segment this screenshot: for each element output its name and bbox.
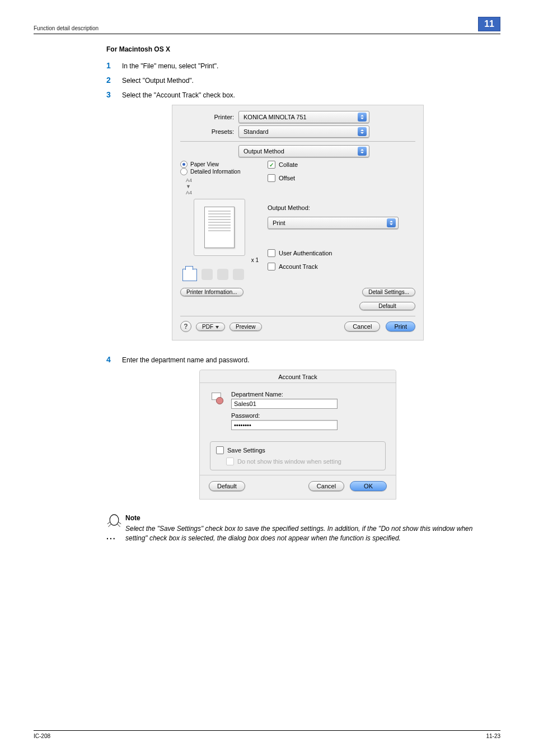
printer-info-button[interactable]: Printer Information... bbox=[180, 288, 243, 296]
detail-settings-button[interactable]: Detail Settings... bbox=[362, 288, 415, 296]
step-text-2: Select "Output Method". bbox=[122, 76, 194, 85]
pwd-input[interactable]: •••••••• bbox=[231, 420, 338, 430]
panel-select[interactable]: Output Method bbox=[238, 145, 369, 157]
printer-icon[interactable] bbox=[182, 269, 197, 281]
user-auth-checkbox[interactable]: User Authentication bbox=[268, 249, 415, 257]
radio-icon bbox=[180, 161, 188, 168]
print-button[interactable]: Print bbox=[386, 321, 415, 332]
offset-label: Offset bbox=[279, 175, 295, 181]
step-2: 2 Select "Output Method". bbox=[106, 76, 489, 85]
caret-icon bbox=[358, 147, 367, 156]
step-text-3: Select the "Account Track" check box. bbox=[122, 90, 235, 99]
punch-icon bbox=[217, 269, 228, 280]
output-method-label: Output Method: bbox=[268, 204, 415, 211]
account-track-checkbox[interactable]: Account Track bbox=[268, 263, 415, 270]
step-num-2: 2 bbox=[106, 76, 122, 85]
dialog-title: Account Track bbox=[200, 370, 396, 383]
pdf-button[interactable]: PDF bbox=[196, 323, 225, 331]
ok-button[interactable]: OK bbox=[350, 481, 387, 491]
note-body: Select the "Save Settings" check box to … bbox=[125, 524, 489, 543]
copies-x1: x 1 bbox=[251, 257, 259, 263]
printer-select[interactable]: KONICA MINOLTA 751 bbox=[238, 111, 369, 123]
panel-value: Output Method bbox=[243, 148, 284, 155]
output-method-value: Print bbox=[273, 220, 285, 226]
account-icon bbox=[210, 391, 226, 407]
user-auth-label: User Authentication bbox=[279, 250, 332, 256]
default-button[interactable]: Default bbox=[359, 302, 415, 310]
step-3: 3 Select the "Account Track" check box. bbox=[106, 90, 489, 99]
donotshow-label: Do not show this window when setting bbox=[237, 458, 341, 465]
save-settings-checkbox[interactable]: Save Settings bbox=[216, 446, 380, 454]
staple-icon bbox=[202, 269, 213, 280]
cancel-button[interactable]: Cancel bbox=[344, 321, 380, 332]
dept-input[interactable]: Sales01 bbox=[231, 399, 338, 409]
help-button[interactable]: ? bbox=[180, 321, 191, 332]
collate-label: Collate bbox=[279, 161, 298, 168]
footer-left: IC-208 bbox=[34, 733, 50, 739]
presets-select[interactable]: Standard bbox=[238, 125, 369, 138]
chapter-number: 11 bbox=[478, 17, 500, 31]
preview-button[interactable]: Preview bbox=[229, 323, 262, 331]
paper-size-text: A4 ▼ A4 bbox=[186, 178, 192, 195]
output-method-select[interactable]: Print bbox=[268, 217, 399, 229]
default-button[interactable]: Default bbox=[209, 481, 245, 491]
step-num-4: 4 bbox=[106, 355, 122, 364]
footer-right: 11-23 bbox=[486, 733, 500, 739]
step-4: 4 Enter the department name and password… bbox=[106, 355, 489, 364]
checkbox-icon bbox=[268, 263, 275, 270]
radio-icon bbox=[180, 168, 188, 175]
printer-value: KONICA MINOLTA 751 bbox=[243, 114, 307, 120]
caret-icon bbox=[387, 218, 396, 227]
note-title: Note bbox=[125, 514, 489, 522]
account-track-label: Account Track bbox=[279, 263, 318, 270]
presets-value: Standard bbox=[243, 128, 269, 135]
chevron-down-icon bbox=[216, 326, 219, 329]
step-num-3: 3 bbox=[106, 90, 122, 99]
detailed-info-radio[interactable]: Detailed Information bbox=[180, 168, 241, 175]
print-dialog: Printer: KONICA MINOLTA 751 Presets: Sta… bbox=[172, 105, 424, 340]
printer-label: Printer: bbox=[180, 114, 238, 120]
step-num-1: 1 bbox=[106, 61, 122, 70]
svg-point-1 bbox=[216, 398, 223, 404]
donotshow-checkbox: Do not show this window when setting bbox=[226, 458, 380, 465]
svg-point-2 bbox=[110, 515, 119, 525]
left-panel: Paper View Detailed Information A4 ▼ A4 bbox=[180, 161, 259, 281]
checkbox-icon bbox=[216, 446, 224, 454]
account-track-dialog: Account Track Department Name: Sales01 P… bbox=[199, 370, 396, 500]
checkbox-icon bbox=[268, 249, 275, 257]
save-settings-label: Save Settings bbox=[227, 447, 265, 454]
collate-checkbox[interactable]: Collate bbox=[268, 161, 415, 169]
note-icon: ... bbox=[106, 514, 122, 543]
fold-icon bbox=[233, 269, 244, 280]
checkbox-icon bbox=[268, 174, 275, 182]
presets-label: Presets: bbox=[180, 128, 238, 135]
chapter-badge: 11 bbox=[478, 17, 500, 31]
detailed-info-label: Detailed Information bbox=[190, 169, 241, 175]
step-text-4: Enter the department name and password. bbox=[122, 355, 249, 364]
save-settings-group: Save Settings Do not show this window wh… bbox=[210, 441, 386, 470]
page-preview bbox=[194, 199, 245, 256]
pwd-label: Password: bbox=[231, 412, 386, 419]
heading-os: For Macintosh OS X bbox=[106, 45, 489, 53]
dept-label: Department Name: bbox=[231, 391, 386, 398]
offset-checkbox[interactable]: Offset bbox=[268, 174, 415, 182]
checkbox-icon bbox=[226, 458, 234, 465]
caret-icon bbox=[358, 113, 367, 122]
step-1: 1 In the "File" menu, select "Print". bbox=[106, 61, 489, 70]
cancel-button[interactable]: Cancel bbox=[308, 481, 344, 491]
step-text-1: In the "File" menu, select "Print". bbox=[122, 61, 218, 70]
paper-view-label: Paper View bbox=[190, 161, 219, 167]
paper-view-radio[interactable]: Paper View bbox=[180, 161, 219, 168]
caret-icon bbox=[358, 127, 367, 136]
section-title: Function detail description bbox=[34, 25, 99, 31]
checkbox-icon bbox=[268, 161, 275, 169]
